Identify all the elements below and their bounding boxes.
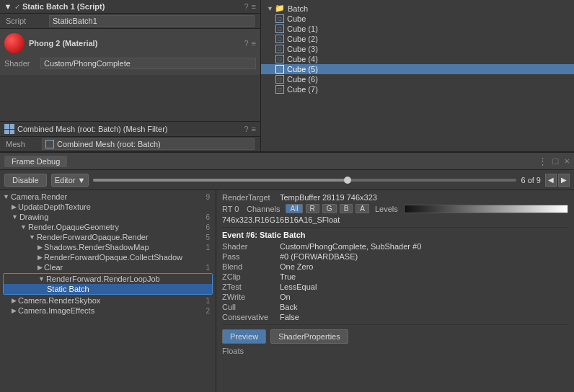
hierarchy-item-cube-1[interactable]: ◻ Cube (1)	[261, 24, 574, 34]
render-loop-job-label: RenderForward.RenderLoopJob	[46, 275, 160, 283]
cube-label-4: Cube (4)	[287, 55, 318, 63]
mesh-filter-section: Combined Mesh (root: Batch) (Mesh Filter…	[0, 121, 260, 151]
tree-render-opaque[interactable]: ▼ Render.OpaqueGeometry 6	[0, 222, 216, 232]
detail-zclip: ZClip True	[222, 272, 568, 281]
channel-r-btn[interactable]: R	[306, 204, 319, 213]
hierarchy-item-cube-7[interactable]: ◻ Cube (7)	[261, 84, 574, 94]
frame-slider-thumb[interactable]	[344, 177, 351, 184]
mesh-filter-title: Combined Mesh (root: Batch) (Mesh Filter…	[17, 125, 167, 133]
material-settings-icon[interactable]: ≡	[252, 39, 256, 48]
hierarchy-item-batch[interactable]: ▼ 📁 Batch	[261, 3, 574, 14]
channel-b-btn[interactable]: B	[340, 204, 353, 213]
mesh-filter-header: Combined Mesh (root: Batch) (Mesh Filter…	[0, 122, 260, 137]
detail-zwrite: ZWrite On	[222, 293, 568, 301]
shader-val: Custom/PhongComplete, SubShader #0	[280, 242, 568, 251]
render-fwd-opaque-count: 5	[206, 233, 213, 241]
zwrite-key: ZWrite	[222, 293, 280, 301]
event-title: Event #6: Static Batch	[222, 231, 568, 239]
levels-text: Levels	[375, 205, 398, 213]
hierarchy-item-cube-3[interactable]: ◻ Cube (3)	[261, 44, 574, 54]
cull-val: Back	[280, 303, 568, 311]
cube-label-1: Cube (1)	[287, 24, 318, 33]
hierarchy-item-cube-5[interactable]: ◻ Cube (5)	[261, 64, 574, 74]
material-section: Phong 2 (Material) ? ≡ Shader	[0, 29, 260, 75]
tree-drawing[interactable]: ▼ Drawing 6	[0, 212, 216, 222]
detail-conservative: Conservative False	[222, 313, 568, 321]
camera-render-arrow: ▼	[3, 193, 9, 200]
camera-skybox-label: Camera.RenderSkybox	[18, 296, 100, 305]
help-icon[interactable]: ?	[244, 2, 248, 11]
tree-camera-skybox[interactable]: ▶ Camera.RenderSkybox 1	[0, 295, 216, 306]
cube-icon-1: ◻	[275, 24, 284, 33]
resolution-row: 746x323.R16G16B16A16_SFloat	[222, 215, 568, 224]
shader-label: Shader	[4, 59, 40, 68]
mesh-filter-settings-icon[interactable]: ≡	[252, 125, 256, 133]
channel-a-btn[interactable]: A	[356, 204, 369, 213]
tree-static-batch[interactable]: Static Batch	[4, 284, 212, 294]
cube-icon-0: ◻	[275, 14, 284, 23]
mesh-value-text: Combined Mesh (root: Batch)	[57, 140, 161, 148]
drawing-label: Drawing	[19, 213, 48, 221]
more-options-icon[interactable]: ⋮	[538, 156, 547, 166]
tree-collect-shadows[interactable]: ▶ RenderForwardOpaque.CollectShadow	[0, 252, 216, 262]
disable-button[interactable]: Disable	[4, 174, 47, 187]
separator-2	[222, 324, 568, 325]
cube-icon-6: ◻	[275, 75, 284, 84]
tree-panel: ▼ Camera.Render 9 ▶ UpdateDepthTexture ▼…	[0, 190, 216, 392]
settings-icon[interactable]: ≡	[252, 2, 256, 11]
detail-ztest: ZTest LessEqual	[222, 282, 568, 291]
editor-dropdown[interactable]: Editor ▼	[51, 174, 89, 187]
channel-g-btn[interactable]: G	[322, 204, 337, 213]
frame-debug-panel: Frame Debug ⋮ □ × Disable Editor ▼ 6 of …	[0, 151, 574, 392]
mesh-grid-icon	[4, 124, 14, 134]
render-fwd-opaque-arrow: ▼	[29, 233, 35, 241]
cube-label-0: Cube	[287, 14, 306, 23]
script-value-input[interactable]	[49, 15, 255, 27]
channels-text: Channels	[247, 205, 280, 213]
tree-render-loop-job[interactable]: ▼ RenderForward.RenderLoopJob	[4, 274, 212, 284]
tree-render-forward-opaque[interactable]: ▼ RenderForwardOpaque.Render 5	[0, 232, 216, 242]
collect-shadows-label: RenderForwardOpaque.CollectShadow	[44, 253, 182, 262]
hierarchy-item-cube-2[interactable]: ◻ Cube (2)	[261, 34, 574, 44]
frame-debug-header: Frame Debug ⋮ □ ×	[0, 153, 574, 170]
mesh-filter-help-icon[interactable]: ?	[244, 125, 248, 133]
render-fwd-opaque-label: RenderForwardOpaque.Render	[37, 233, 149, 241]
tree-camera-render[interactable]: ▼ Camera.Render 9	[0, 192, 216, 202]
ztest-key: ZTest	[222, 282, 280, 291]
close-icon[interactable]: ×	[564, 156, 570, 166]
cube-label-7: Cube (7)	[287, 85, 318, 94]
hierarchy-item-cube-6[interactable]: ◻ Cube (6)	[261, 74, 574, 84]
header-icons: ⋮ □ ×	[538, 156, 570, 166]
preview-row: Preview ShaderProperties	[222, 329, 568, 344]
tree-camera-image-effects[interactable]: ▶ Camera.ImageEffects 2	[0, 306, 216, 316]
prev-frame-button[interactable]: ◀	[545, 174, 557, 187]
frame-debug-tab[interactable]: Frame Debug	[4, 156, 67, 167]
conservative-key: Conservative	[222, 313, 280, 321]
cube-label-5: Cube (5)	[287, 65, 318, 74]
detail-shader: Shader Custom/PhongComplete, SubShader #…	[222, 242, 568, 251]
preview-button[interactable]: Preview	[222, 329, 266, 344]
material-title: Phong 2 (Material)	[29, 39, 239, 48]
static-batch-label: Static Batch	[47, 285, 89, 293]
script-toggle[interactable]: ▼	[4, 3, 12, 10]
tree-update-depth[interactable]: ▶ UpdateDepthTexture	[0, 202, 216, 212]
material-help-icon[interactable]: ?	[244, 39, 248, 48]
shader-properties-button[interactable]: ShaderProperties	[270, 329, 348, 344]
tree-clear[interactable]: ▶ Clear 1	[0, 262, 216, 272]
channel-all-btn[interactable]: All	[286, 204, 302, 213]
shader-value-input[interactable]	[40, 58, 256, 69]
hierarchy-item-cube-4[interactable]: ◻ Cube (4)	[261, 54, 574, 64]
render-opaque-label: Render.OpaqueGeometry	[28, 223, 119, 231]
zwrite-val: On	[280, 293, 568, 301]
mesh-cube-icon	[45, 140, 54, 148]
next-frame-button[interactable]: ▶	[558, 174, 570, 187]
tree-shadows[interactable]: ▶ Shadows.RenderShadowMap 1	[0, 242, 216, 252]
hierarchy-item-cube-0[interactable]: ◻ Cube	[261, 14, 574, 24]
script-title: Static Batch 1 (Script)	[22, 2, 244, 11]
render-loop-job-arrow: ▼	[38, 275, 45, 282]
maximize-icon[interactable]: □	[553, 156, 559, 166]
render-opaque-arrow: ▼	[20, 223, 27, 231]
mesh-value: Combined Mesh (root: Batch)	[42, 138, 255, 150]
pass-key: Pass	[222, 252, 280, 261]
script-checkbox[interactable]: ✓	[14, 3, 20, 11]
